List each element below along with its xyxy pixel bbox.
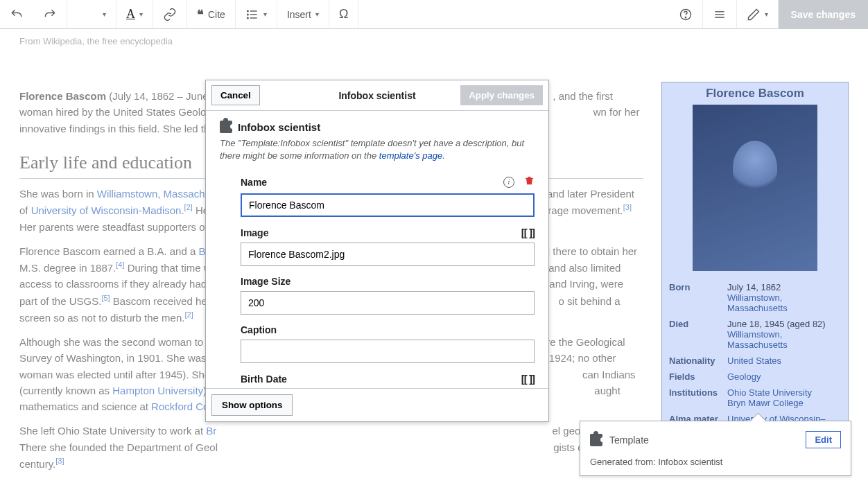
templates-page-link[interactable]: template's page	[379, 150, 442, 161]
field-label-name: Name	[241, 177, 267, 188]
infobox-row: BornJuly 14, 1862Williamstown, Massachus…	[669, 279, 841, 316]
paragraph: Bascom retired from teaching in 1928 but…	[19, 480, 643, 483]
field-label-birth-date: Birth Date	[241, 374, 287, 385]
name-field[interactable]	[241, 193, 535, 217]
quote-icon: ❝	[197, 7, 204, 22]
infobox-row: FieldsGeology	[669, 369, 841, 385]
page-options-button[interactable]	[703, 0, 736, 28]
link-hampton[interactable]: Hampton University	[112, 385, 203, 396]
edit-template-button[interactable]: Edit	[806, 431, 841, 448]
svg-point-5	[247, 17, 248, 19]
infobox-photo	[693, 105, 817, 271]
infobox-title: Florence Bascom	[662, 82, 848, 105]
svg-point-7	[685, 17, 686, 17]
cite-button[interactable]: ❝ Cite	[187, 0, 235, 28]
help-icon	[679, 8, 693, 21]
infobox-row-label: Died	[669, 319, 722, 329]
infobox-scientist[interactable]: Florence Bascom BornJuly 14, 1862William…	[661, 82, 849, 454]
infobox-row: DiedJune 18, 1945 (aged 82)Williamstown,…	[669, 316, 841, 353]
insert-dropdown[interactable]: Insert ▾	[277, 0, 329, 28]
redo-button[interactable]	[33, 0, 67, 28]
paragraph: She left Ohio State University to work a…	[19, 423, 643, 472]
link-icon	[163, 8, 177, 21]
wikitext-icon[interactable]: [[ ]]	[521, 373, 535, 385]
paragraph-format-dropdown[interactable]: ▾	[67, 0, 116, 28]
wikitext-icon[interactable]: [[ ]]	[521, 227, 535, 238]
chevron-down-icon: ▾	[263, 10, 267, 18]
insert-label: Insert	[287, 9, 311, 20]
template-generated-from: Generated from: Infobox scientist	[590, 457, 841, 467]
template-description: The "Template:Infobox scientist" templat…	[220, 137, 535, 162]
edit-mode-dropdown[interactable]: ▾	[737, 0, 778, 28]
template-icon	[220, 121, 232, 133]
infobox-row-label: Fields	[669, 371, 722, 382]
omega-icon: Ω	[339, 7, 348, 21]
save-label: Save changes	[791, 9, 856, 20]
special-char-button[interactable]: Ω	[329, 0, 358, 28]
field-label-image: Image	[241, 227, 268, 238]
template-context-popup: Template Edit Generated from: Infobox sc…	[580, 421, 851, 476]
show-options-button[interactable]: Show options	[211, 394, 293, 416]
infobox-row-value: July 14, 1862Williamstown, Massachusetts	[727, 282, 841, 313]
infobox-row-value: Geology	[727, 371, 761, 382]
redo-icon	[43, 8, 57, 21]
list-dropdown[interactable]: ▾	[236, 0, 277, 28]
trash-icon[interactable]	[524, 175, 535, 189]
undo-icon	[10, 8, 24, 21]
infobox-row-value: Ohio State UniversityBryn Mawr College	[727, 387, 812, 408]
template-editor-dialog: Cancel Infobox scientist Apply changes I…	[205, 80, 549, 422]
cite-label: Cite	[208, 9, 225, 20]
image-field[interactable]	[241, 243, 535, 266]
infobox-row: NationalityUnited States	[669, 353, 841, 369]
field-label-caption: Caption	[241, 324, 277, 335]
list-icon	[245, 8, 259, 21]
svg-point-3	[247, 10, 248, 12]
svg-point-4	[247, 14, 248, 15]
template-icon	[590, 434, 602, 446]
field-label-image-size: Image Size	[241, 276, 290, 287]
infobox-row-label: Born	[669, 282, 722, 292]
hamburger-icon	[713, 8, 727, 21]
infobox-row-label: Institutions	[669, 387, 722, 398]
chevron-down-icon: ▾	[765, 10, 768, 18]
infobox-row-value: United States	[727, 355, 781, 366]
infobox-row: InstitutionsOhio State UniversityBryn Ma…	[669, 385, 841, 411]
chevron-down-icon: ▾	[103, 10, 106, 18]
chevron-down-icon: ▾	[315, 10, 319, 18]
link-uw-madison[interactable]: University of Wisconsin-Madison	[31, 204, 182, 216]
apply-changes-button[interactable]: Apply changes	[460, 85, 543, 105]
info-icon[interactable]: i	[503, 177, 514, 188]
help-button[interactable]	[669, 0, 702, 28]
text-style-dropdown[interactable]: A ▾	[116, 0, 153, 28]
infobox-row-label: Nationality	[669, 355, 722, 366]
editor-toolbar: ▾ A ▾ ❝ Cite ▾ Insert ▾ Ω	[0, 0, 868, 29]
chevron-down-icon: ▾	[139, 10, 143, 18]
link-button[interactable]	[153, 0, 186, 28]
link-williamstown[interactable]: Williamstown, Massachus	[97, 188, 216, 200]
cancel-button[interactable]: Cancel	[211, 85, 260, 105]
template-popup-label: Template	[609, 434, 649, 446]
wiki-subtitle: From Wikipedia, the free encyclopedia	[19, 36, 849, 46]
template-name-heading: Infobox scientist	[238, 121, 320, 133]
infobox-row-value: June 18, 1945 (aged 82)Williamstown, Mas…	[727, 319, 841, 350]
image-size-field[interactable]	[241, 291, 535, 315]
caption-field[interactable]	[241, 340, 535, 363]
save-changes-button[interactable]: Save changes	[779, 0, 868, 28]
undo-button[interactable]	[0, 0, 33, 28]
pencil-icon	[747, 8, 761, 21]
text-style-icon: A	[126, 7, 135, 21]
